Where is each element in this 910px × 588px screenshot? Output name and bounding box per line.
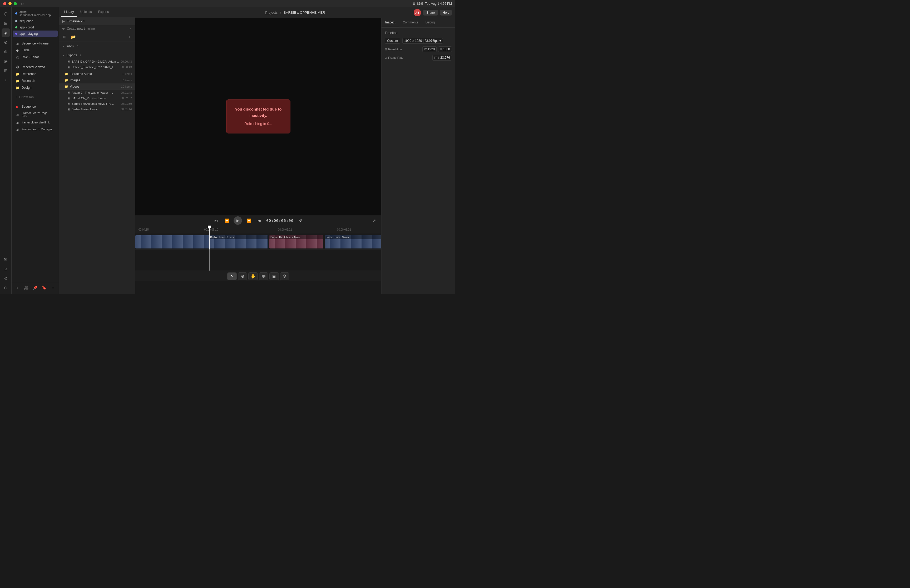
inbox-count: 0: [77, 45, 78, 48]
icon-sidebar-shield[interactable]: ⊙: [2, 283, 10, 292]
sidebar-item-app-prod[interactable]: app - prod: [13, 24, 58, 31]
loop-button[interactable]: ↺: [297, 217, 304, 224]
fps-field[interactable]: FPS 23.976: [432, 55, 452, 61]
tab-uploads[interactable]: Uploads: [77, 7, 95, 17]
add-item-button[interactable]: +: [126, 33, 133, 40]
export-file-icon-1: ▣: [68, 60, 70, 63]
nav-label: Reference: [22, 72, 36, 76]
icon-sidebar-framer[interactable]: ⊿: [2, 265, 10, 273]
exports-header[interactable]: ▼ Exports 2: [59, 52, 135, 59]
sidebar-item-reference[interactable]: 📁 Reference: [13, 71, 58, 78]
breadcrumb-sep: /: [280, 11, 281, 15]
sidebar-item-sequence-framer[interactable]: ⊿ Sequence – Framer: [13, 40, 58, 47]
videos-count: 10 items: [121, 85, 132, 88]
chevron-down-icon[interactable]: ▾: [440, 39, 441, 43]
icon-sidebar-layers[interactable]: ⊞: [2, 19, 10, 27]
track-clip-pre[interactable]: [135, 235, 209, 249]
link-tool[interactable]: ⚲: [280, 272, 289, 280]
create-timeline-button[interactable]: ⊕ Create new timeline ✓: [59, 25, 135, 32]
sidebar-item-fable[interactable]: ◆ Fable: [13, 47, 58, 54]
play-button[interactable]: ▶: [234, 216, 242, 225]
track-clip-3[interactable]: Barbie Trailer 3.mov: [325, 235, 381, 249]
hand-tool[interactable]: ✋: [248, 272, 258, 280]
sidebar-item-sequence[interactable]: sequence: [13, 18, 58, 24]
resolution-values: W 1920 H 1080: [422, 46, 452, 52]
sidebar-item-design[interactable]: 📁 Design: [13, 84, 58, 91]
icon-sidebar-github[interactable]: ◉: [2, 57, 10, 65]
resolution-preset-select[interactable]: Custom: [385, 38, 400, 44]
rewind-start-button[interactable]: ⏮: [212, 217, 220, 224]
sidebar-item-framer-managing[interactable]: ⊿ Framer Learn: Managin...: [13, 126, 58, 132]
forward-end-button[interactable]: ⏭: [256, 217, 263, 224]
icon-sidebar-mail[interactable]: ✉: [2, 255, 10, 263]
grid-view-button[interactable]: ⊞: [61, 33, 68, 40]
svg-rect-0: [262, 275, 263, 278]
playhead[interactable]: [209, 226, 210, 234]
sidebar-item-recently-viewed[interactable]: ⏱ Recently Viewed: [13, 64, 58, 71]
library-panel: Library Uploads Exports ▶ Timeline 23 ⊕ …: [59, 7, 135, 294]
nav-pin-button[interactable]: 📌: [32, 284, 39, 291]
track-clip-2[interactable]: Barbie The Album x Movi: [269, 235, 323, 249]
share-button[interactable]: Share: [423, 10, 438, 16]
sidebar-item-rive-editor[interactable]: ◎ Rive - Editor: [13, 54, 58, 61]
step-forward-button[interactable]: ⏩: [245, 217, 252, 224]
select-tool[interactable]: ↖: [227, 272, 237, 280]
extracted-audio-folder[interactable]: 📁 Extracted Audio 8 items: [59, 71, 135, 77]
magnet-tool[interactable]: ⊕: [238, 272, 247, 280]
timeline-selector[interactable]: ▶ Timeline 23: [59, 17, 135, 25]
fullscreen-button[interactable]: ⤢: [371, 217, 378, 224]
projects-link[interactable]: Projects: [265, 11, 278, 15]
nav-camera-button[interactable]: 🎥: [23, 284, 30, 291]
tab-comments[interactable]: Comments: [399, 18, 422, 27]
sidebar-item-sequence-yt[interactable]: ▶ Sequence: [13, 103, 58, 110]
tab-debug[interactable]: Debug: [422, 18, 438, 27]
create-plus-icon: ⊕: [62, 27, 65, 31]
video-item-3[interactable]: ▣ Barbie The Album x Movie (Tra... 00:01…: [59, 101, 135, 106]
playhead-handle[interactable]: [208, 226, 211, 228]
help-button[interactable]: Help: [440, 10, 452, 16]
exports-triangle: ▼: [62, 54, 65, 57]
video-preview[interactable]: You disconnected due to inactivity. Refr…: [135, 18, 381, 215]
icon-sidebar-home[interactable]: ⬡: [2, 10, 10, 18]
step-back-button[interactable]: ⏪: [223, 217, 230, 224]
nav-plus2-button[interactable]: +: [49, 284, 57, 291]
tab-inspect[interactable]: Inspect: [381, 18, 399, 27]
new-tab-button[interactable]: + + New Tab: [13, 94, 58, 100]
mac-menu-dots[interactable]: ···: [27, 2, 29, 5]
export-item-1[interactable]: ▣ BARBIE x OPPENHEIMER_Adam'... 00:00:43: [59, 59, 135, 64]
icon-sidebar-globe[interactable]: ⊕: [2, 47, 10, 56]
videos-folder[interactable]: 📁 Videos 10 items: [59, 84, 135, 90]
video-item-1[interactable]: ▣ Avatar 2 - The Way of Water - ... 00:0…: [59, 90, 135, 95]
tab-exports[interactable]: Exports: [95, 7, 112, 17]
sidebar-item-framer-learn-page[interactable]: ⊿ Framer Learn: Page Bas...: [13, 110, 58, 119]
resolution-w-field[interactable]: W 1920: [422, 46, 436, 52]
images-folder[interactable]: 📁 Images 8 items: [59, 77, 135, 84]
sidebar-item-app-staging[interactable]: app - staging: [13, 31, 58, 37]
video-name-2: BABYLON_ProResLT.mov: [72, 97, 105, 100]
trim-tool[interactable]: ▣: [269, 272, 279, 280]
nav-bookmark-button[interactable]: 🔖: [40, 284, 48, 291]
icon-sidebar-folder[interactable]: ◈: [2, 28, 10, 37]
video-item-2[interactable]: ▣ BABYLON_ProResLT.mov 00:02:37: [59, 95, 135, 101]
clip2-label: Barbie The Album x Movi: [269, 235, 323, 239]
resolution-h-field[interactable]: H 1080: [438, 46, 452, 52]
sidebar-item-research[interactable]: 📁 Research: [13, 78, 58, 84]
sidebar-item-framer-video[interactable]: ⊿ framer video size limit: [13, 119, 58, 126]
inbox-header[interactable]: ▼ Inbox 0: [59, 43, 135, 50]
icon-sidebar-extension[interactable]: ⊞: [2, 66, 10, 75]
split-tool[interactable]: [259, 272, 268, 280]
resolution-preset-row: Custom 1920 × 1080 | 23.976fps ▾: [385, 38, 452, 44]
track-clip-1[interactable]: Barbie Trailer 3.mov: [209, 235, 268, 249]
sidebar-item-staging-url[interactable]: aging-sequencefilm.vercel.app: [13, 9, 58, 18]
resolution-display: 1920 × 1080 | 23.976fps ▾: [402, 38, 443, 44]
video-item-4[interactable]: ▣ Barbie Trailer 1.mov 00:01:14: [59, 106, 135, 112]
icon-sidebar-tiktok[interactable]: ♪: [2, 76, 10, 84]
export-item-2[interactable]: ▣ Untitled_Timeline_07/31/2023_1... 00:0…: [59, 64, 135, 70]
nav-add-button[interactable]: +: [14, 284, 21, 291]
folder-view-button[interactable]: 📂: [70, 33, 77, 40]
tab-library[interactable]: Library: [61, 7, 77, 17]
icon-sidebar-settings[interactable]: ⚙: [2, 274, 10, 283]
video-duration-1: 00:01:48: [121, 91, 132, 94]
icon-sidebar-star[interactable]: ⊛: [2, 38, 10, 46]
mac-traffic-lights[interactable]: ⬡ ···: [3, 2, 29, 5]
